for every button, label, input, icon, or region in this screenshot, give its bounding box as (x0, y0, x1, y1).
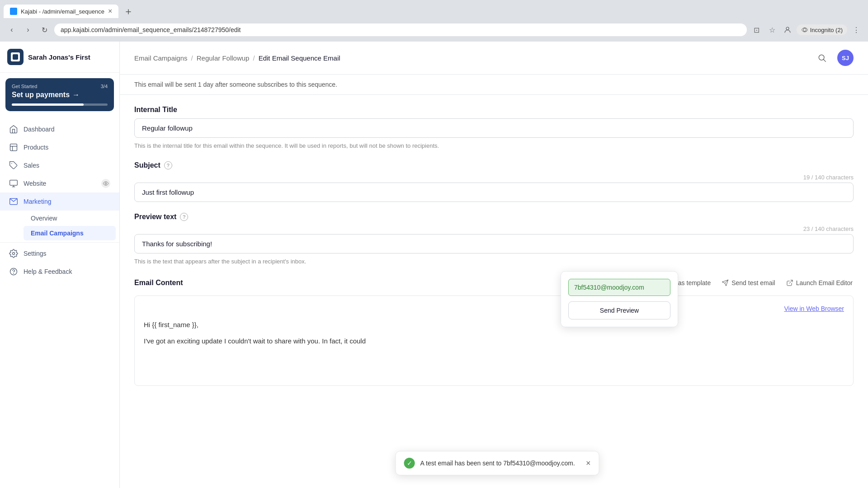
form-section: Internal Title This is the internal titl… (120, 95, 868, 408)
toast-notification: ✓ A test email has been sent to 7bf54310… (396, 451, 599, 475)
svg-line-13 (824, 60, 826, 62)
breadcrumb-regular-followup[interactable]: Regular Followup (197, 54, 250, 62)
reload-button[interactable]: ↻ (38, 23, 51, 36)
sidebar-item-products[interactable]: Products (0, 138, 119, 156)
form-area: This email will be sent 1 day after some… (120, 75, 868, 488)
monitor-icon (9, 179, 18, 188)
new-tab-button[interactable] (118, 5, 138, 18)
sidebar-item-marketing[interactable]: Marketing (0, 192, 119, 211)
launch-email-editor-button[interactable]: Launch Email Editor (785, 277, 854, 289)
email-body-line1: Hi {{ first_name }}, (144, 319, 844, 330)
sidebar-divider (0, 242, 119, 243)
header-right: SJ (814, 50, 854, 66)
help-icon (9, 267, 18, 276)
dashboard-label: Dashboard (24, 126, 55, 133)
internal-title-input[interactable] (134, 118, 854, 138)
bookmark-icon[interactable]: ☆ (766, 23, 778, 36)
internal-title-group: Internal Title This is the internal titl… (134, 106, 854, 150)
view-web-browser-link[interactable]: View in Web Browser (144, 305, 844, 312)
cast-icon[interactable]: ⊡ (750, 23, 763, 36)
breadcrumb-email-campaigns[interactable]: Email Campaigns (134, 54, 188, 62)
preview-text-hint: This is the text that appears after the … (134, 257, 854, 266)
svg-point-12 (819, 55, 824, 60)
email-preview-area: View in Web Browser Hi {{ first_name }},… (134, 296, 854, 386)
preview-email-input[interactable] (568, 279, 670, 296)
settings-label: Settings (24, 250, 47, 257)
help-label: Help & Feedback (24, 268, 72, 275)
sidebar: Sarah Jonas's First Get Started 3/4 Set … (0, 42, 120, 488)
get-started-arrow: → (72, 91, 80, 99)
products-label: Products (24, 144, 48, 151)
sidebar-item-dashboard[interactable]: Dashboard (0, 120, 119, 138)
incognito-label: Incognito (2) (810, 27, 843, 33)
megaphone-icon (9, 197, 18, 206)
toast-check-icon: ✓ (404, 458, 415, 469)
progress-fill (12, 103, 84, 106)
search-button[interactable] (814, 50, 830, 66)
breadcrumb-sep-2: / (253, 54, 255, 62)
tab-close-button[interactable]: × (108, 7, 112, 15)
send-preview-popup: Send Preview (561, 271, 678, 327)
browser-chrome: Kajabi - /admin/email_sequence × ‹ › ↻ ⊡… (0, 0, 868, 42)
breadcrumb-current: Edit Email Sequence Email (259, 54, 340, 62)
tag-icon (9, 161, 18, 170)
form-top-bar: This email will be sent 1 day after some… (120, 75, 868, 95)
box-icon (9, 143, 18, 152)
sidebar-logo (7, 49, 24, 65)
sidebar-logo-icon (11, 52, 20, 61)
toast-message: A test email has been sent to 7bf54310@m… (420, 460, 575, 467)
user-avatar[interactable]: SJ (837, 50, 854, 66)
menu-icon[interactable]: ⋮ (850, 23, 863, 36)
email-body-line2: I've got an exciting update I couldn't w… (144, 336, 844, 347)
browser-toolbar: ‹ › ↻ ⊡ ☆ Incognito (2) ⋮ (0, 18, 868, 42)
toast-close-button[interactable]: × (586, 459, 591, 468)
svg-point-7 (105, 183, 107, 184)
subject-group: Subject ? 19 / 140 characters (134, 161, 854, 202)
preview-text-group: Preview text ? 23 / 140 characters This … (134, 213, 854, 266)
svg-rect-1 (13, 54, 18, 60)
get-started-banner[interactable]: Get Started 3/4 Set up payments → (5, 78, 114, 111)
sales-label: Sales (24, 162, 39, 169)
internal-title-label: Internal Title (134, 106, 854, 114)
browser-tab-active[interactable]: Kajabi - /admin/email_sequence × (4, 5, 118, 18)
website-label: Website (24, 180, 46, 187)
sub-nav-email-campaigns[interactable]: Email Campaigns (24, 226, 116, 240)
svg-rect-4 (10, 180, 18, 186)
svg-point-0 (786, 27, 789, 30)
sidebar-nav: Dashboard Products Sales (0, 117, 119, 488)
send-preview-button[interactable]: Send Preview (568, 301, 670, 319)
tab-title: Kajabi - /admin/email_sequence (21, 8, 104, 15)
toolbar-actions: ⊡ ☆ Incognito (2) ⋮ (750, 23, 863, 36)
breadcrumb: Email Campaigns / Regular Followup / Edi… (134, 54, 340, 62)
preview-text-char-count: 23 / 140 characters (134, 225, 854, 232)
preview-text-help-icon[interactable]: ? (180, 213, 188, 221)
page-header: Email Campaigns / Regular Followup / Edi… (120, 42, 868, 75)
profile-icon[interactable] (781, 23, 794, 36)
breadcrumb-sep-1: / (191, 54, 193, 62)
incognito-button[interactable]: Incognito (2) (797, 24, 847, 35)
address-bar[interactable] (54, 23, 747, 36)
marketing-label: Marketing (24, 198, 51, 205)
brand-name: Sarah Jonas's First (28, 53, 90, 61)
sidebar-item-help[interactable]: Help & Feedback (0, 263, 119, 281)
sidebar-item-settings[interactable]: Settings (0, 244, 119, 263)
app-container: Sarah Jonas's First Get Started 3/4 Set … (0, 42, 868, 488)
sub-nav-overview[interactable]: Overview (24, 211, 116, 225)
subject-input[interactable] (134, 183, 854, 202)
main-content: Email Campaigns / Regular Followup / Edi… (120, 42, 868, 488)
email-content-row: Email Content Save as template Send test… (134, 277, 854, 289)
get-started-label: Get Started (12, 84, 37, 89)
back-button[interactable]: ‹ (5, 23, 18, 36)
email-content-label: Email Content (134, 279, 183, 287)
email-body: Hi {{ first_name }}, I've got an excitin… (144, 319, 844, 347)
send-test-email-button[interactable]: Send test email (721, 277, 776, 289)
subject-help-icon[interactable]: ? (164, 161, 172, 169)
sidebar-item-website[interactable]: Website (0, 174, 119, 192)
get-started-progress: 3/4 (101, 84, 108, 89)
internal-title-hint: This is the internal title for this emai… (134, 141, 854, 150)
subject-char-count: 19 / 140 characters (134, 174, 854, 181)
subject-label: Subject ? (134, 161, 854, 169)
sidebar-item-sales[interactable]: Sales (0, 156, 119, 174)
preview-text-input[interactable] (134, 234, 854, 253)
forward-button[interactable]: › (22, 23, 34, 36)
